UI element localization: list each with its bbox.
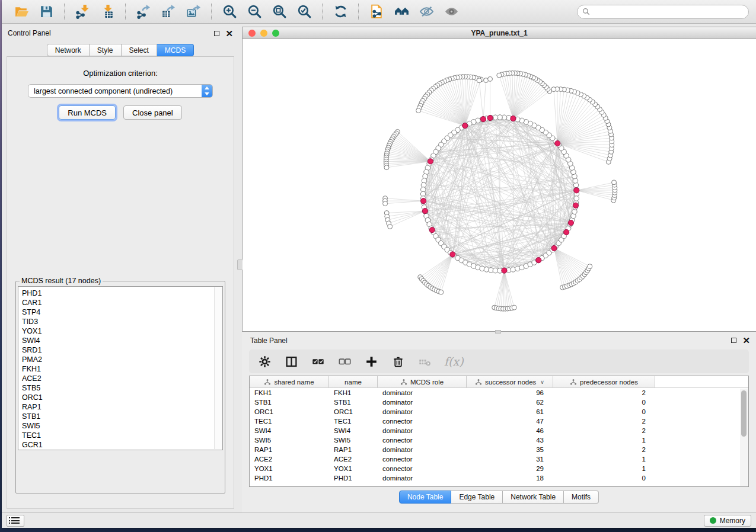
column-header-successor-nodes[interactable]: successor nodes∨ (467, 376, 553, 387)
table-tab-node-table[interactable]: Node Table (399, 491, 452, 504)
save-session-icon[interactable] (37, 3, 56, 21)
column-header-name[interactable]: name (329, 376, 378, 387)
mcds-result-item[interactable]: STP4 (22, 307, 222, 317)
table-row[interactable]: FKH1FKH1dominator962 (250, 388, 748, 398)
table-tab-network-table[interactable]: Network Table (503, 491, 564, 504)
mcds-result-item[interactable]: STB5 (22, 383, 222, 393)
search-input[interactable] (593, 8, 744, 16)
mcds-result-item[interactable]: GCR1 (22, 440, 222, 450)
deselect-all-icon[interactable] (337, 354, 352, 368)
table-row[interactable]: PHD1PHD1dominator180 (250, 473, 748, 483)
float-panel-icon[interactable] (214, 31, 219, 36)
mcds-result-title: MCDS result (17 nodes) (20, 277, 103, 285)
mcds-result-item[interactable]: RAP1 (22, 402, 222, 412)
float-table-panel-icon[interactable] (731, 338, 736, 343)
table-tab-edge-table[interactable]: Edge Table (451, 491, 503, 504)
export-table-icon[interactable] (159, 3, 178, 21)
mcds-result-item[interactable]: TEC1 (22, 431, 222, 440)
table-cell: SWI4 (329, 427, 378, 434)
network-search-field[interactable] (577, 5, 749, 19)
run-mcds-button[interactable]: Run MCDS (59, 105, 116, 120)
table-cell: 2 (553, 389, 655, 396)
vertical-splitter[interactable] (239, 24, 242, 512)
close-panel-button[interactable]: Close panel (123, 105, 182, 120)
import-network-icon[interactable] (73, 3, 92, 21)
zoom-selected-icon[interactable] (295, 3, 314, 21)
tab-select[interactable]: Select (122, 44, 157, 56)
tab-network[interactable]: Network (47, 44, 90, 56)
table-row[interactable]: ACE2ACE2connector311 (250, 454, 748, 464)
horizontal-splitter-grip[interactable] (495, 330, 501, 334)
mcds-result-item[interactable]: SWI4 (22, 336, 222, 345)
column-header-MCDS-role[interactable]: MCDS role (378, 376, 467, 387)
table-options-icon[interactable] (257, 354, 272, 368)
column-header-predecessor-nodes[interactable]: predecessor nodes (553, 376, 655, 387)
mcds-result-item[interactable]: SRD1 (22, 345, 222, 355)
zoom-out-icon[interactable] (245, 3, 264, 21)
node-table[interactable]: shared namenameMCDS rolesuccessor nodes∨… (249, 376, 749, 487)
panels-menu-button[interactable] (7, 515, 24, 527)
apply-layout-icon[interactable] (331, 3, 350, 21)
import-table-icon[interactable] (98, 3, 117, 21)
table-row[interactable]: ORC1ORC1dominator610 (250, 407, 748, 416)
table-cell: 1 (553, 437, 655, 444)
mcds-result-item[interactable]: YOX1 (22, 326, 222, 336)
table-cell: RAP1 (329, 446, 378, 453)
table-cell: SWI5 (250, 437, 329, 444)
find-network-icon[interactable] (392, 3, 411, 21)
table-row[interactable]: RAP1RAP1dominator352 (250, 445, 748, 454)
zoom-fit-icon[interactable] (270, 3, 289, 21)
delete-column-icon[interactable] (391, 354, 405, 368)
table-scrollbar[interactable] (740, 389, 748, 486)
hide-selected-icon[interactable] (417, 3, 436, 21)
mcds-result-item[interactable]: FKH1 (22, 364, 222, 374)
toolbar-separator (358, 4, 359, 20)
export-image-icon[interactable] (184, 3, 203, 21)
toolbar-separator (211, 4, 212, 20)
tab-style[interactable]: Style (90, 44, 122, 56)
search-icon (582, 8, 590, 15)
open-session-icon[interactable] (12, 3, 31, 21)
export-network-icon[interactable] (134, 3, 153, 21)
table-cell: 2 (553, 427, 655, 434)
mcds-result-scrollbar[interactable] (214, 287, 222, 449)
column-header-shared-name[interactable]: shared name (250, 376, 329, 387)
mcds-result-item[interactable]: PMA2 (22, 355, 222, 364)
table-row[interactable]: YOX1YOX1connector291 (250, 464, 748, 473)
show-all-icon[interactable] (442, 3, 461, 21)
mcds-result-item[interactable]: PHD1 (22, 289, 222, 298)
table-scrollbar-thumb[interactable] (741, 390, 747, 437)
network-graph[interactable] (243, 39, 756, 331)
tab-mcds[interactable]: MCDS (157, 44, 194, 56)
cytoscape-window: Control Panel ✕ NetworkStyleSelectMCDS O… (2, 0, 756, 528)
table-cell: SWI4 (250, 427, 329, 434)
mcds-result-item[interactable]: TID3 (22, 317, 222, 326)
new-network-from-selection-icon[interactable] (367, 3, 386, 21)
close-panel-icon[interactable]: ✕ (225, 31, 233, 36)
mcds-result-item[interactable]: CAR1 (22, 298, 222, 307)
mcds-result-item[interactable]: SWI5 (22, 421, 222, 431)
mcds-result-list[interactable]: PHD1CAR1STP4TID3YOX1SWI4SRD1PMA2FKH1ACE2… (18, 286, 223, 450)
table-row[interactable]: STB1STB1dominator620 (250, 398, 748, 407)
mcds-buttons-row: Run MCDS Close panel (7, 105, 234, 120)
criterion-dropdown[interactable]: largest connected component (undirected) (28, 84, 213, 98)
close-table-panel-icon[interactable]: ✕ (742, 338, 750, 343)
status-bar: Memory (2, 512, 756, 528)
select-all-icon[interactable] (311, 354, 325, 368)
memory-button[interactable]: Memory (704, 515, 751, 527)
table-cell: STB1 (250, 399, 329, 406)
table-row[interactable]: TEC1TEC1connector472 (250, 416, 748, 426)
table-tab-motifs[interactable]: Motifs (564, 491, 599, 504)
network-and-table-pane: YPA_prune.txt_1 Table Panel (242, 24, 756, 512)
table-row[interactable]: SWI5SWI5connector431 (250, 435, 748, 445)
add-column-icon[interactable] (364, 354, 378, 368)
node-table-header: shared namenameMCDS rolesuccessor nodes∨… (250, 376, 748, 388)
mcds-result-item[interactable]: ACE2 (22, 374, 222, 383)
mcds-result-item[interactable]: STB1 (22, 412, 222, 421)
zoom-in-icon[interactable] (220, 3, 239, 21)
table-cell: ORC1 (329, 408, 378, 415)
mcds-result-item[interactable]: ORC1 (22, 393, 222, 402)
table-row[interactable]: SWI4SWI4dominator462 (250, 426, 748, 435)
show-column-icon[interactable] (284, 354, 298, 368)
network-canvas[interactable] (243, 39, 756, 331)
